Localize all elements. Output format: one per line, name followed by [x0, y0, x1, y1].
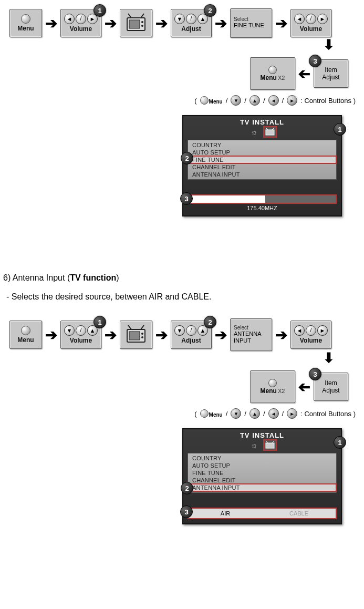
svg-rect-15 [266, 443, 274, 448]
menu-x2-label: Menu [261, 387, 277, 395]
osd-menu-item-selected[interactable]: ANTENNA INPUT [188, 484, 336, 491]
svg-line-4 [128, 14, 131, 18]
volume-label: Volume [70, 337, 92, 344]
osd-menu-item-selected[interactable]: FINE TUNE [188, 156, 336, 163]
down-up-arrows-icon: ▼/▲ [64, 325, 98, 336]
control-buttons-legend: ( Menu / ▼ / ▲ / ◄ / ► : Control Buttons… [3, 408, 356, 419]
legend-text: : Control Buttons ) [300, 97, 356, 105]
arrow-left-icon: ➔ [297, 65, 311, 82]
section-6-description: - Selects the desired source, between AI… [6, 292, 361, 302]
legend-slash: / [282, 97, 284, 105]
legend-open: ( [194, 97, 196, 105]
menu-x2-suffix: X2 [278, 388, 285, 394]
legend-slash: / [282, 410, 284, 418]
heading-prefix: 6) Antenna Input ( [3, 273, 70, 282]
osd-menu-item[interactable]: ANTENNA INPUT [188, 171, 336, 178]
osd-title: TV INSTALL [183, 429, 341, 439]
heading-bold: TV function [70, 273, 116, 282]
down-up-arrows-icon: ▼/▲ [174, 14, 208, 24]
osd-badge-2: 2 [181, 152, 193, 164]
step-badge-2: 2 [204, 316, 216, 328]
menu-x2-button[interactable]: MenuX2 [250, 370, 295, 403]
svg-line-14 [141, 325, 144, 329]
osd-menu-item[interactable]: COUNTRY [188, 141, 336, 149]
tv-install-icon-button[interactable] [120, 321, 152, 349]
arrow-right-icon: ➔ [103, 15, 118, 32]
osd-menu-item[interactable]: FINE TUNE [188, 469, 336, 477]
legend-menu-icon: Menu [200, 409, 223, 418]
adjust-up-down-button[interactable]: 2 ▼/▲ Adjust [171, 9, 212, 37]
osd-fine-tune-wrapper: TV INSTALL 1 ☼ 2 COUNTRY AUTO SETUP FINE… [3, 115, 342, 216]
adjust-label-2: Adjust [322, 387, 339, 394]
legend-slash: / [226, 410, 228, 418]
legend-slash: / [263, 410, 265, 418]
osd-tab-tv-icon [264, 127, 276, 137]
legend-up-icon: ▲ [249, 95, 260, 106]
osd-menu-item[interactable]: AUTO SETUP [188, 149, 336, 156]
svg-line-5 [141, 14, 144, 18]
down-up-arrows-icon: ▼/▲ [174, 325, 208, 336]
left-right-arrows-icon: ◄/► [64, 14, 98, 24]
svg-point-3 [141, 25, 143, 27]
legend-menu-icon: Menu [200, 96, 223, 105]
arrow-right-icon: ➔ [154, 15, 169, 32]
osd-tab-tv-icon [264, 440, 276, 450]
osd-fine-tune: TV INSTALL 1 ☼ 2 COUNTRY AUTO SETUP FINE… [182, 115, 342, 216]
osd-tab-brightness-icon: ☼ [248, 127, 260, 137]
legend-slash: / [263, 97, 265, 105]
volume-up-down-button[interactable]: 1 ▼/▲ Volume [60, 321, 101, 349]
osd-fine-tune-bar[interactable] [188, 194, 337, 204]
volume-label: Volume [300, 337, 322, 344]
osd-menu-item[interactable]: CHANNEL EDIT [188, 163, 336, 171]
osd-icon-strip: 1 ☼ [183, 439, 341, 451]
osd-tab-brightness-icon: ☼ [248, 440, 260, 450]
menu-x2-label: Menu [261, 74, 277, 81]
svg-point-12 [141, 336, 143, 338]
osd-antenna-wrapper: TV INSTALL 1 ☼ 2 COUNTRY AUTO SETUP FINE… [3, 428, 342, 524]
item-adjust-box: 3 Item Adjust [314, 373, 348, 401]
legend-text: : Control Buttons ) [300, 410, 356, 418]
item-label: Item [325, 379, 337, 387]
volume-left-right-button[interactable]: 1 ◄/► Volume [60, 9, 101, 37]
legend-left-icon: ◄ [268, 408, 279, 419]
osd-menu-item[interactable]: COUNTRY [188, 455, 336, 462]
arrow-right-icon: ➔ [44, 15, 58, 32]
osd-option-air[interactable]: AIR [189, 509, 262, 518]
tv-install-icon-button[interactable] [120, 9, 152, 37]
step-badge-1: 1 [93, 316, 106, 328]
menu-x2-suffix: X2 [278, 75, 285, 81]
osd-menu-item[interactable]: AUTO SETUP [188, 462, 336, 469]
step-badge-3: 3 [309, 55, 321, 67]
adjust-label: Adjust [181, 337, 201, 344]
arrow-right-icon: ➔ [274, 326, 288, 344]
item-adjust-box: 3 Item Adjust [314, 59, 348, 88]
legend-slash: / [244, 97, 246, 105]
svg-line-13 [128, 325, 131, 329]
menu-label: Menu [17, 336, 34, 344]
arrow-right-icon: ➔ [214, 15, 228, 32]
osd-title: TV INSTALL [183, 116, 341, 126]
select-fine-tune-box: Select FINE TUNE [230, 8, 272, 38]
left-right-arrows-icon: ◄/► [294, 325, 328, 336]
menu-x2-button[interactable]: MenuX2 [250, 57, 295, 90]
volume-left-right-button[interactable]: ◄/► Volume [290, 9, 331, 37]
volume-label: Volume [300, 25, 322, 33]
osd-menu-item[interactable]: CHANNEL EDIT [188, 477, 336, 484]
arrow-right-icon: ➔ [44, 326, 58, 344]
menu-button[interactable]: Menu [9, 321, 42, 349]
menu-button[interactable]: Menu [9, 9, 42, 37]
osd-antenna-options[interactable]: AIR CABLE [188, 508, 337, 519]
adjust-label: Adjust [181, 25, 201, 33]
legend-slash: / [226, 97, 228, 105]
osd-badge-1: 1 [334, 123, 346, 136]
osd-badge-2: 2 [181, 482, 193, 494]
menu-circle-icon [268, 379, 277, 387]
step-badge-2: 2 [204, 4, 216, 17]
legend-right-icon: ► [287, 408, 297, 419]
volume-left-right-button[interactable]: ◄/► Volume [290, 321, 331, 349]
arrow-left-icon: ➔ [297, 378, 311, 396]
menu-circle-icon [21, 326, 30, 335]
fine-tune-flow-row2: MenuX2 ➔ 3 Item Adjust [3, 57, 348, 90]
adjust-up-down-button[interactable]: 2 ▼/▲ Adjust [171, 321, 212, 349]
osd-option-cable[interactable]: CABLE [262, 509, 336, 518]
